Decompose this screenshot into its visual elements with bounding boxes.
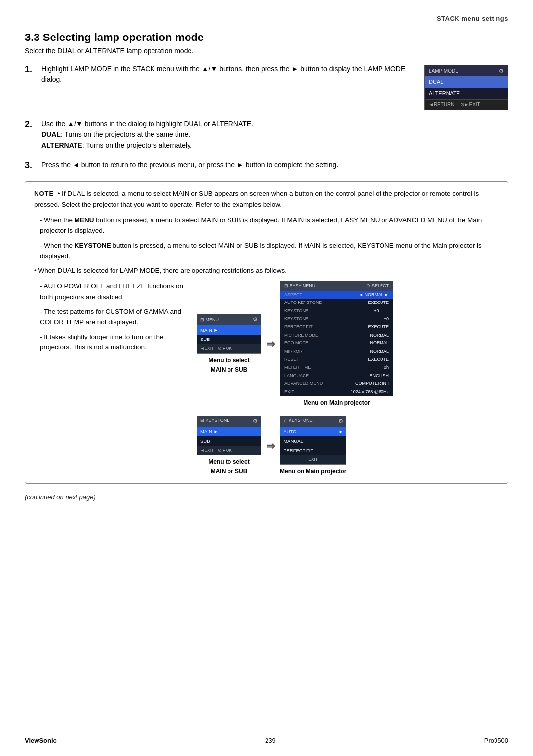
easy-menu-col: ⊞ EASY MENU ⊙ SELECT ASPECT ◄ NORMAL ► A…	[280, 281, 393, 408]
lamp-mode-menu: LAMP MODE ⚙ DUAL ALTERNATE ◄RETURN ⊙►EXI…	[424, 65, 508, 110]
ks-sub-auto: AUTO ►	[280, 427, 346, 436]
menu-item-sub: SUB	[197, 335, 261, 344]
gear-icon-menu: ⚙	[253, 315, 258, 324]
ks-sub-col: ☆ KEYSTONE ⚙ AUTO ► MANUAL	[280, 416, 346, 476]
easy-menu-label: Menu on Main projector	[303, 398, 370, 408]
diagram-row-1: ⊞ MENU ⚙ MAIN ► SUB ◄EXIT ⊙►OK Menu to s…	[197, 281, 499, 408]
ks-item-sub: SUB	[197, 436, 261, 446]
ks-sub-footer: EXIT	[280, 455, 346, 464]
left-bullets: - AUTO POWER OFF and FREEZE functions on…	[34, 281, 187, 476]
step-3: 3. Press the ◄ button to return to the p…	[25, 160, 508, 171]
step-3-number: 3.	[25, 160, 36, 171]
step-1-text: Highlight LAMP MODE in the STACK menu wi…	[41, 64, 415, 85]
step-2: 2. Use the ▲/▼ buttons in the dialog to …	[25, 119, 508, 151]
footer-page-number: 239	[265, 737, 276, 744]
menu-item-main: MAIN ►	[197, 325, 261, 335]
arrow-right-2: ⇒	[266, 437, 275, 454]
note-box: NOTE • If DUAL is selected, a menu to se…	[25, 181, 508, 484]
menu-select-header: ⊞ MENU ⚙	[197, 314, 261, 325]
lamp-mode-menu-title: LAMP MODE ⚙	[425, 65, 508, 76]
easy-menu-auto-ks: AUTO KEYSTONE EXECUTE	[280, 299, 393, 306]
bullet-3: - It takes slightly longer time to turn …	[40, 332, 187, 353]
ks-select-col: ⊞ KEYSTONE ⚙ MAIN ► SUB ◄EXIT ⊙►OK Menu …	[197, 416, 261, 476]
easy-menu-exit: EXIT 1024 x 768 @60Hz	[280, 388, 393, 396]
continued-note: (continued on next page)	[25, 493, 508, 501]
ks-select-label: Menu to selectMAIN or SUB	[208, 457, 249, 476]
ks-sub-header: ☆ KEYSTONE ⚙	[280, 416, 346, 427]
lamp-mode-footer: ◄RETURN ⊙►EXIT	[425, 99, 508, 110]
menu-footer: ◄EXIT ⊙►OK	[197, 344, 261, 353]
ks-select-panel: ⊞ KEYSTONE ⚙ MAIN ► SUB ◄EXIT ⊙►OK	[197, 416, 261, 455]
easy-menu-adv: ADVANCED MENU COMPUTER IN I	[280, 379, 393, 387]
step-3-content: Press the ◄ button to return to the prev…	[41, 160, 508, 171]
note-intro: NOTE • If DUAL is selected, a menu to se…	[34, 189, 499, 210]
easy-menu-ks2: KEYSTONE +0	[280, 315, 393, 323]
note-label: NOTE	[34, 190, 54, 197]
menu-select-panel: ⊞ MENU ⚙ MAIN ► SUB ◄EXIT ⊙►OK	[197, 314, 261, 354]
bullet-2: - The test patterns for CUSTOM of GAMMA …	[40, 306, 187, 328]
ks-item-main: MAIN ►	[197, 427, 261, 436]
section-title: 3.3 Selecting lamp operation mode	[25, 31, 508, 44]
diagram-row-2: ⊞ KEYSTONE ⚙ MAIN ► SUB ◄EXIT ⊙►OK Menu …	[197, 416, 499, 476]
easy-menu-ks1: KEYSTONE +0 ——	[280, 307, 393, 315]
ks-select-header: ⊞ KEYSTONE ⚙	[197, 416, 261, 427]
bullet-1: - AUTO POWER OFF and FREEZE functions on…	[40, 281, 187, 302]
step-2-content: Use the ▲/▼ buttons in the dialog to hig…	[41, 119, 508, 151]
easy-menu-reset: RESET EXECUTE	[280, 355, 393, 363]
arrow-right-1: ⇒	[266, 336, 275, 353]
easy-menu-panel: ⊞ EASY MENU ⊙ SELECT ASPECT ◄ NORMAL ► A…	[280, 281, 393, 396]
ks-footer: ◄EXIT ⊙►OK	[197, 446, 261, 455]
step-1-content: Highlight LAMP MODE in the STACK menu wi…	[41, 64, 508, 110]
ks-sub-panel: ☆ KEYSTONE ⚙ AUTO ► MANUAL	[280, 416, 346, 465]
diagrams-area: ⊞ MENU ⚙ MAIN ► SUB ◄EXIT ⊙►OK Menu to s…	[187, 281, 499, 476]
menu-select-label: Menu to selectMAIN or SUB	[208, 356, 249, 375]
easy-menu-aspect: ASPECT ◄ NORMAL ►	[280, 291, 393, 299]
note-bullet-dual: • When DUAL is selected for LAMP MODE, t…	[34, 265, 499, 276]
step-1-number: 1.	[25, 64, 36, 75]
page-footer: ViewSonic 239 Pro9500	[25, 737, 508, 744]
bottom-section: - AUTO POWER OFF and FREEZE functions on…	[34, 281, 499, 476]
easy-menu-pm: PICTURE MODE NORMAL	[280, 331, 393, 339]
ks-sub-pf: PERFECT FIT	[280, 446, 346, 455]
section-intro: Select the DUAL or ALTERNATE lamp operat…	[25, 47, 508, 55]
note-list-item-2: - When the KEYSTONE button is pressed, a…	[40, 240, 499, 262]
easy-menu-ft: FILTER TIME 0h	[280, 363, 393, 371]
diagram-row-1-inner: ⊞ MENU ⚙ MAIN ► SUB ◄EXIT ⊙►OK Menu to s…	[197, 281, 499, 408]
step-2-number: 2.	[25, 119, 36, 130]
page-header: STACK menu settings	[25, 15, 508, 22]
footer-brand: ViewSonic	[25, 737, 57, 744]
lamp-mode-item-alternate: ALTERNATE	[425, 88, 508, 99]
gear-icon-ks: ⚙	[253, 417, 258, 426]
diagram-row-2-inner: ⊞ KEYSTONE ⚙ MAIN ► SUB ◄EXIT ⊙►OK Menu …	[197, 416, 499, 476]
easy-menu-pf: PERFECT FIT EXECUTE	[280, 323, 393, 331]
step-1: 1. Highlight LAMP MODE in the STACK menu…	[25, 64, 508, 110]
menu-select-col: ⊞ MENU ⚙ MAIN ► SUB ◄EXIT ⊙►OK Menu to s…	[197, 314, 261, 375]
lamp-mode-item-dual: DUAL	[425, 76, 508, 88]
easy-menu-mirror: MIRROR NORMAL	[280, 347, 393, 355]
gear-icon-ks-sub: ⚙	[338, 417, 343, 426]
note-list-item-1: - When the MENU button is pressed, a men…	[40, 215, 499, 236]
gear-icon: ⚙	[499, 67, 504, 75]
easy-menu-header: ⊞ EASY MENU ⊙ SELECT	[280, 281, 393, 290]
easy-menu-lang: LANGUAGE ENGLISH	[280, 372, 393, 379]
easy-menu-eco: ECO MODE NORMAL	[280, 339, 393, 347]
ks-sub-manual: MANUAL	[280, 436, 346, 446]
footer-model: Pro9500	[484, 737, 508, 744]
ks-sub-label: Menu on Main projector	[280, 467, 346, 476]
